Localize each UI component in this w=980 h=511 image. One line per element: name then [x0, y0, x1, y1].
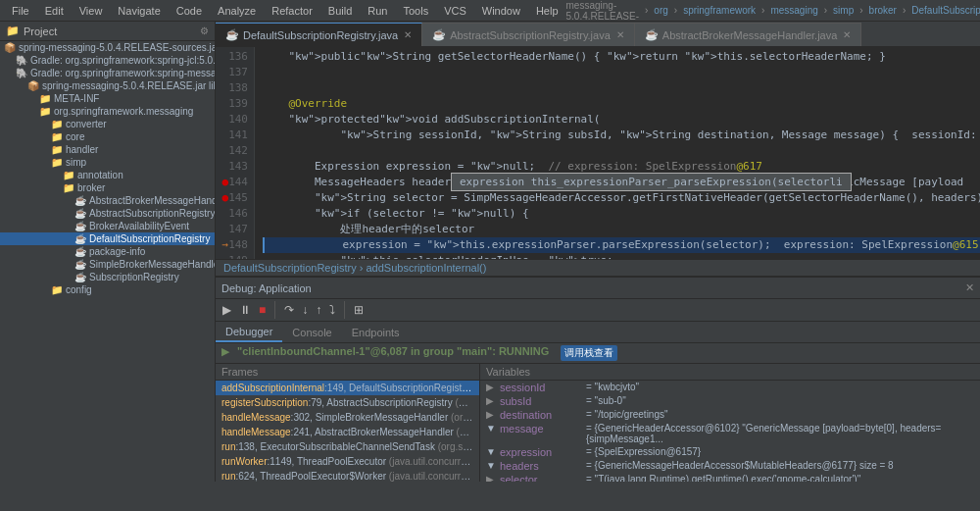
menu-item-file[interactable]: File [4, 3, 37, 19]
code-line[interactable]: expression = "kw">this.expressionParser.… [263, 237, 980, 253]
var-expand-icon[interactable]: ▶ [486, 395, 496, 406]
var-expand-icon[interactable]: ▶ [486, 409, 496, 420]
variable-item[interactable]: ▶subsId = "sub-0" [480, 394, 980, 408]
var-expand-icon[interactable]: ▼ [486, 446, 496, 457]
step-over-btn[interactable]: ↷ [281, 302, 297, 318]
evaluate-btn[interactable]: ⊞ [351, 302, 367, 318]
debug-toolbar: ▶ ⏸ ■ ↷ ↓ ↑ ⤵ ⊞ [216, 299, 980, 322]
tree-item[interactable]: 📁META-INF [0, 92, 215, 105]
tree-item[interactable]: ☕SubscriptionRegistry [0, 271, 215, 283]
tree-item[interactable]: 📁config [0, 283, 215, 296]
resume-btn[interactable]: ▶ [220, 302, 234, 318]
console-tab[interactable]: Console [282, 324, 341, 341]
variable-item[interactable]: ▶selector = "T(java.lang.Runtime).getRun… [480, 473, 980, 482]
menu-item-run[interactable]: Run [360, 3, 395, 19]
tree-item[interactable]: 📁simp [0, 156, 215, 169]
editor-tab[interactable]: ☕AbstractSubscriptionRegistry.java✕ [422, 23, 635, 46]
frame-item[interactable]: handleMessage:241, AbstractBrokerMessage… [216, 425, 479, 439]
tree-item[interactable]: ☕AbstractBrokerMessageHandler [0, 194, 215, 207]
code-line[interactable]: 处理header中的selector [263, 222, 980, 237]
variable-item[interactable]: ▼expression = {SpelExpression@6157} [480, 445, 980, 459]
frame-class: :624, ThreadPoolExecutor$Worker [235, 471, 386, 482]
line-number: 142 [216, 143, 248, 159]
menu-item-navigate[interactable]: Navigate [110, 3, 168, 19]
stop-btn[interactable]: ■ [256, 302, 269, 318]
tree-item[interactable]: ☕package-info [0, 245, 215, 258]
close-debug-btn[interactable]: ✕ [965, 281, 974, 294]
var-expand-icon[interactable]: ▶ [486, 474, 496, 482]
tree-label: converter [66, 119, 107, 129]
variable-item[interactable]: ▶sessionId = "kwbcjvto" [480, 381, 980, 394]
tree-label: annotation [77, 170, 123, 180]
code-line[interactable]: "kw">String selector = SimpMessageHeader… [263, 190, 980, 206]
endpoints-tab[interactable]: Endpoints [342, 324, 410, 341]
debugger-tab[interactable]: Debugger [216, 323, 282, 342]
tree-item[interactable]: ☕BrokerAvailabilityEvent [0, 220, 215, 232]
tree-item[interactable]: 🐘Gradle: org.springframework:spring-jcl:… [0, 54, 215, 67]
tree-label: AbstractSubscriptionRegistry [89, 208, 215, 219]
tree-item[interactable]: ☕SimpleBrokerMessageHandler [0, 258, 215, 271]
tree-label: AbstractBrokerMessageHandler [89, 195, 215, 206]
tree-item[interactable]: ☕AbstractSubscriptionRegistry [0, 207, 215, 220]
tree-item[interactable]: 📁org.springframework.messaging [0, 105, 215, 118]
tab-close-btn[interactable]: ✕ [616, 29, 624, 40]
tree-item[interactable]: 📁converter [0, 118, 215, 130]
line-number: 138 [216, 80, 248, 96]
menu-item-build[interactable]: Build [320, 3, 360, 19]
variable-item[interactable]: ▼message = {GenericHeaderAccessor@6102} … [480, 422, 980, 445]
tab-close-btn[interactable]: ✕ [843, 29, 851, 40]
menu-item-tools[interactable]: Tools [395, 3, 436, 19]
tree-item[interactable]: 📁handler [0, 143, 215, 156]
var-expand-icon[interactable]: ▼ [486, 460, 496, 471]
frame-item[interactable]: handleMessage:302, SimpleBrokerMessageHa… [216, 410, 479, 425]
code-line[interactable]: "kw">String sessionId, "kw">String subsI… [263, 128, 980, 143]
code-line[interactable]: "kw">protected "kw">void addSubscription… [263, 112, 980, 128]
tree-item[interactable]: 🐘Gradle: org.springframework:spring-mess… [0, 67, 215, 79]
menu-item-edit[interactable]: Edit [37, 3, 72, 19]
editor-tab[interactable]: ☕DefaultSubscriptionRegistry.java✕ [216, 23, 422, 46]
variable-item[interactable]: ▼headers = {GenericMessageHeaderAccessor… [480, 459, 980, 473]
code-line[interactable]: "kw">public "kw">String getSelectorHeade… [263, 49, 980, 65]
menu-item-vcs[interactable]: VCS [436, 3, 474, 19]
menu-item-analyze[interactable]: Analyze [210, 3, 264, 19]
tree-icon: 📁 [51, 284, 63, 295]
frames-list[interactable]: addSubscriptionInternal:149, DefaultSubs… [216, 381, 479, 482]
pause-btn[interactable]: ⏸ [236, 302, 254, 318]
var-expand-icon[interactable]: ▼ [486, 423, 496, 434]
code-line[interactable]: "kw">this.selectorHeaderInUse = "kw">tru… [263, 253, 980, 259]
tree-item[interactable]: 📦spring-messaging-5.0.4.RELEASE.jar libr… [0, 79, 215, 92]
menu-item-help[interactable]: Help [528, 3, 566, 19]
run-to-cursor-btn[interactable]: ⤵ [326, 302, 338, 318]
menu-item-refactor[interactable]: Refactor [264, 3, 320, 19]
menu-item-view[interactable]: View [72, 3, 111, 19]
frame-item[interactable]: registerSubscription:79, AbstractSubscri… [216, 395, 479, 410]
code-line[interactable] [263, 80, 980, 96]
variable-item[interactable]: ▶destination = "/topic/greetings" [480, 408, 980, 422]
tree-item[interactable]: 📦spring-messaging-5.0.4.RELEASE-sources.… [0, 41, 215, 54]
tree-icon: 📁 [51, 131, 63, 142]
code-line[interactable] [263, 65, 980, 80]
code-editor[interactable]: 136137138139140141142143●144●145146147→1… [216, 47, 980, 276]
tree-item[interactable]: 📁core [0, 130, 215, 143]
frame-item[interactable]: run:624, ThreadPoolExecutor$Worker (java… [216, 469, 479, 482]
step-out-btn[interactable]: ↑ [313, 302, 324, 318]
tree-item[interactable]: ☕DefaultSubscriptionRegistry [0, 232, 215, 245]
code-line[interactable] [263, 143, 980, 159]
editor-tab[interactable]: ☕AbstractBrokerMessageHandler.java✕ [635, 23, 862, 46]
frame-item[interactable]: run:138, ExecutorSubscribableChannelSend… [216, 439, 479, 454]
frame-item[interactable]: runWorker:1149, ThreadPoolExecutor (java… [216, 454, 479, 469]
var-expand-icon[interactable]: ▶ [486, 382, 496, 392]
tree-item[interactable]: 📁broker [0, 181, 215, 194]
menu-item-code[interactable]: Code [169, 3, 210, 19]
code-lines[interactable]: "kw">public "kw">String getSelectorHeade… [255, 47, 980, 259]
menu-item-window[interactable]: Window [474, 3, 528, 19]
tab-close-btn[interactable]: ✕ [404, 29, 412, 40]
tree-item[interactable]: 📁annotation [0, 169, 215, 181]
code-line[interactable]: @Override [263, 96, 980, 112]
code-line[interactable]: "kw">if (selector != "kw">null) { [263, 206, 980, 222]
tree-icon: ☕ [74, 246, 86, 257]
step-into-btn[interactable]: ↓ [299, 302, 311, 318]
frame-item[interactable]: addSubscriptionInternal:149, DefaultSubs… [216, 381, 479, 395]
panel-options[interactable]: ⚙ [200, 26, 209, 36]
variables-list[interactable]: ▶sessionId = "kwbcjvto"▶subsId = "sub-0"… [480, 381, 980, 482]
